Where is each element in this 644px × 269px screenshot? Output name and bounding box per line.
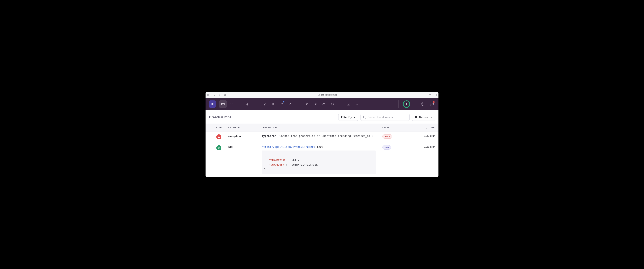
- category-cell: exception: [228, 134, 262, 140]
- http-url[interactable]: https://api.twitch.tv/helix/users: [262, 145, 315, 148]
- reload-icon[interactable]: [224, 94, 226, 96]
- top-nav: TC: [206, 98, 438, 110]
- col-time: TIME: [430, 126, 435, 129]
- app-window: the-claw.sentry.io TC: [206, 92, 438, 177]
- nav-stats-icon[interactable]: [345, 100, 352, 108]
- table-row: http https://api.twitch.tv/helix/users […: [206, 142, 438, 177]
- lock-icon: [318, 94, 320, 96]
- section-title: Breadcrumbs: [209, 115, 232, 119]
- level-badge: Error: [382, 134, 392, 138]
- svg-rect-2: [319, 95, 320, 96]
- sidebar-toggle-icon[interactable]: [208, 94, 210, 96]
- help-icon[interactable]: [419, 100, 426, 108]
- breadcrumbs-panel: Breadcrumbs Filter By Newest TYPE CATEGO…: [206, 110, 438, 177]
- reader-icon[interactable]: [429, 94, 432, 96]
- nav-back-icon[interactable]: [213, 94, 216, 96]
- nav-issues-icon[interactable]: [219, 100, 227, 108]
- svg-rect-3: [429, 94, 431, 96]
- category-cell: http: [228, 145, 262, 174]
- description-cell: TypeError: Cannot read properties of und…: [262, 134, 382, 140]
- breadcrumbs-table: TYPE CATEGORY DESCRIPTION LEVEL TIME exc…: [206, 124, 438, 177]
- svg-rect-13: [315, 103, 316, 104]
- url-text[interactable]: the-claw.sentry.io: [321, 94, 337, 96]
- sort-button[interactable]: Newest: [412, 114, 435, 121]
- svg-point-22: [422, 105, 423, 105]
- svg-point-24: [363, 116, 365, 118]
- nav-forward-icon[interactable]: [218, 94, 221, 96]
- error-message: Cannot read properties of undefined (rea…: [278, 134, 374, 138]
- col-type: TYPE: [209, 126, 228, 129]
- nav-settings-icon[interactable]: [353, 100, 361, 108]
- description-cell: https://api.twitch.tv/helix/users [200] …: [262, 145, 382, 174]
- nav-dot-icon[interactable]: [252, 100, 260, 108]
- nav-dashboards-icon[interactable]: [312, 100, 319, 108]
- col-level: LEVEL: [382, 126, 409, 129]
- nav-pin-icon[interactable]: [303, 100, 310, 108]
- table-header: TYPE CATEGORY DESCRIPTION LEVEL TIME: [206, 124, 438, 132]
- svg-rect-12: [314, 103, 315, 105]
- svg-point-23: [432, 104, 432, 104]
- nav-alerts-icon[interactable]: [287, 100, 294, 108]
- http-details: { http.method : GET , http.query : login…: [262, 150, 376, 174]
- broadcast-icon[interactable]: [428, 100, 435, 108]
- search-box[interactable]: [360, 114, 410, 121]
- nav-replays-icon[interactable]: [270, 100, 277, 108]
- svg-rect-0: [208, 94, 210, 96]
- nav-profiling-icon[interactable]: [261, 100, 268, 108]
- svg-point-18: [356, 104, 358, 104]
- browser-chrome: the-claw.sentry.io: [206, 92, 438, 98]
- quota-count: 1: [406, 103, 407, 106]
- svg-rect-8: [222, 103, 224, 105]
- sort-label: Newest: [419, 116, 428, 119]
- transfer-icon: [216, 145, 222, 150]
- org-badge[interactable]: TC: [209, 100, 216, 108]
- filter-by-label: Filter By: [341, 116, 352, 119]
- error-type: TypeError:: [262, 134, 278, 138]
- tabs-icon[interactable]: [434, 94, 436, 96]
- nav-performance-icon[interactable]: [244, 100, 252, 108]
- search-input[interactable]: [368, 116, 407, 119]
- time-cell: 10:38:49: [409, 134, 435, 140]
- swap-icon[interactable]: [426, 126, 428, 129]
- quota-ring[interactable]: 1: [402, 100, 410, 108]
- nav-crons-icon[interactable]: [278, 100, 286, 108]
- nav-releases-icon[interactable]: [320, 100, 328, 108]
- svg-point-10: [256, 104, 256, 104]
- time-cell: 10:38:49: [409, 145, 435, 174]
- sort-icon: [414, 116, 418, 119]
- http-status: [200]: [315, 145, 325, 148]
- col-category: CATEGORY: [228, 126, 262, 129]
- nav-projects-icon[interactable]: [228, 100, 235, 108]
- table-row: exception TypeError: Cannot read propert…: [206, 132, 438, 142]
- svg-rect-15: [323, 104, 325, 105]
- fire-icon: [216, 134, 222, 140]
- search-icon: [363, 116, 366, 119]
- filter-by-button[interactable]: Filter By: [338, 114, 358, 121]
- col-description: DESCRIPTION: [262, 126, 382, 129]
- nav-discover-icon[interactable]: [328, 100, 336, 108]
- svg-rect-14: [315, 104, 316, 105]
- level-badge: Info: [382, 145, 391, 150]
